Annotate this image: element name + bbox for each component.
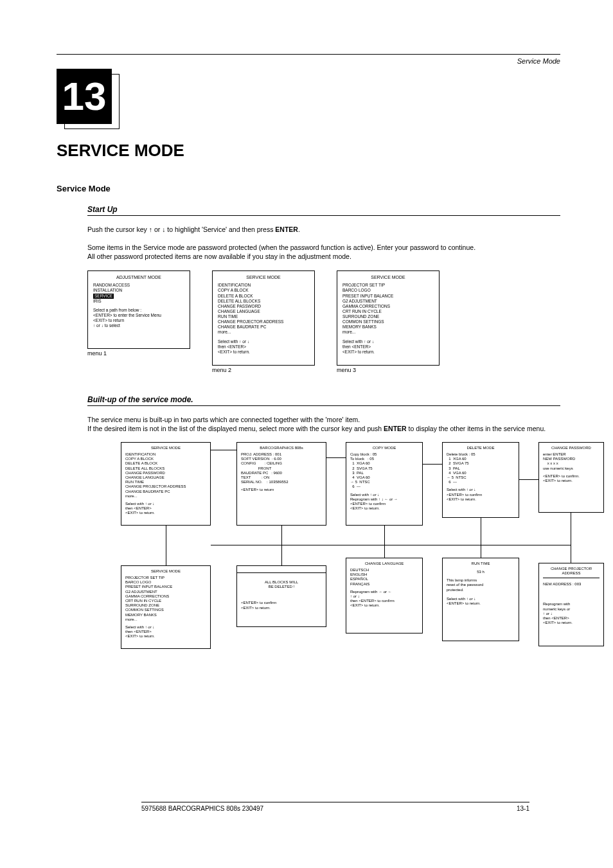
menu-row: ALL BLOCKS WILL: [241, 580, 322, 585]
d-ident: BARCOGRAPHICS 808s PROJ. ADDRESS : 001SO…: [236, 442, 326, 526]
menu-row: Delete block : 05: [447, 452, 515, 457]
conn: [211, 450, 236, 450]
startup-rule: [87, 215, 560, 216]
running-header: Service Mode: [57, 57, 560, 65]
menu-row: CONFIG : CEILING: [241, 461, 322, 466]
d-language: [236, 565, 326, 573]
conn: [281, 545, 282, 565]
menu-row: BE DELETED !: [241, 585, 322, 589]
d-runtime: RUN TIME 53 h This lamp informs reset of…: [442, 558, 519, 641]
d-address: CHANGE PROJECTOR ADDRESS NEW ADDRESS : 0…: [538, 563, 604, 646]
menu-row: FRONT: [241, 466, 322, 471]
builtup-p1: The service menu is built-up in two part…: [87, 415, 560, 424]
menu-row: COPY A BLOCK: [125, 457, 206, 461]
menu-row: 6 ---: [447, 480, 515, 484]
d-lang: CHANGE LANGUAGE DEUTSCHENGLISHESPAÑOLFRA…: [346, 558, 423, 633]
footer-area: 5975688 BARCOGRAPHICS 808s 230497 13-1: [0, 725, 613, 838]
menu-row: 1 XGA 60: [447, 457, 515, 461]
startup-heading: Start Up: [57, 205, 560, 214]
menu-row: PROJECTOR SET TIP: [342, 283, 434, 288]
menu-row: SOFT VERSION : 6.00: [241, 457, 322, 461]
footer-right: 13-1: [517, 805, 529, 812]
menu-row: 2 SVGA 75: [350, 466, 418, 471]
menu-row: IDENTIFICATION: [125, 452, 206, 457]
menu-row: more...: [125, 617, 206, 622]
menu-row: PROJ. ADDRESS : 001: [241, 452, 322, 457]
chapter-number-badge: 13: [57, 69, 112, 124]
menu-trio: ADJUSTMENT MODE RANDOM ACCESSINSTALLATIO…: [87, 270, 560, 373]
menu-row: To block : 05: [350, 457, 418, 461]
menu3-caption: menu 3: [337, 367, 440, 373]
menu-row: 4 VGA 60: [447, 471, 515, 475]
conn: [481, 545, 481, 558]
menu-row: CHANGE BAUDRATE PC: [218, 324, 309, 330]
menu-row: CHANGE PASSWORD: [125, 471, 206, 475]
menu-row: COPY A BLOCK: [218, 288, 309, 293]
menu-row: FRANÇAIS: [350, 582, 418, 587]
menu-row: DELETE A BLOCK: [125, 461, 206, 466]
menu-row: COMMON SETTINGS: [342, 319, 434, 324]
menu3-foot: Select with ↑ or ↓ then <ENTER> <EXIT> t…: [342, 339, 434, 355]
menu-row: TEXT : ON: [241, 475, 322, 480]
chapter-title: SERVICE MODE: [57, 141, 560, 161]
conn: [166, 526, 166, 565]
footer-rule: [141, 802, 529, 802]
menu2-caption: menu 2: [212, 367, 315, 373]
menu-row: SURROUND ZONE: [125, 603, 206, 608]
menu-row: Copy block : 05: [350, 452, 418, 457]
menu-row: 1 XGA 60: [350, 461, 418, 466]
menu-row: 3 PAL: [447, 466, 515, 471]
menu-row: CHANGE BAUDRATE PC: [125, 490, 206, 494]
menu1-caption: menu 1: [87, 350, 190, 357]
menu-row: 3 PAL: [350, 471, 418, 475]
menu-row: BAUDRATE PC : 9600: [241, 471, 322, 475]
menu-row: RANDOM ACCESS: [93, 283, 184, 288]
header-rule: [57, 54, 560, 55]
menu-row: CRT RUN IN CYCLE: [342, 309, 434, 314]
menu-row: IDENTIFICATION: [218, 283, 309, 288]
footer-left: 5975688 BARCOGRAPHICS 808s 230497: [141, 805, 263, 812]
d-deleteall: DELETE ALL BLOCKS ALL BLOCKS WILLBE DELE…: [236, 565, 326, 627]
menu-row: 6 ---: [350, 484, 418, 489]
menu-row: SERIAL NO. : 103589552: [241, 480, 322, 484]
menu-row: CHANGE LANGUAGE: [218, 309, 309, 314]
conn: [571, 513, 571, 545]
menu-row: BARCO LOGO: [125, 580, 206, 585]
menu-row: CHANGE LANGUAGE: [125, 475, 206, 480]
conn: [326, 457, 346, 458]
menu-row: RUN TIME: [218, 314, 309, 319]
menu-row: DELETE ALL BLOCKS: [125, 466, 206, 471]
menu-row: DELETE A BLOCK: [218, 294, 309, 299]
menu-row: COMMON SETTINGS: [125, 608, 206, 612]
startup-p1: Push the cursor key ↑ or ↓ to highlight …: [87, 225, 560, 234]
d-delete: DELETE MODE Delete block : 05 1 XGA 60 2…: [442, 442, 519, 518]
d-copy: COPY MODE Copy block : 05To block : 05 1…: [346, 442, 423, 526]
menu-row: INSTALLATION: [93, 288, 184, 293]
menu3-wrap: SERVICE MODE PROJECTOR SET TIPBARCO LOGO…: [337, 270, 440, 373]
menu-row: GAMMA CORRECTIONS: [125, 594, 206, 599]
menu-row: BARCO LOGO: [342, 288, 434, 293]
menu1-rows: RANDOM ACCESSINSTALLATIONSERVICEIRIS: [93, 283, 184, 304]
menu2-foot: Select with ↑ or ↓ then <ENTER> <EXIT> t…: [218, 339, 309, 355]
d-pwd: CHANGE PASSWORD enter ENTERNEW PASSWORD …: [538, 442, 604, 513]
menu2-box: SERVICE MODE IDENTIFICATIONCOPY A BLOCKD…: [212, 270, 315, 366]
menu1-foot: Select a path from below : <ENTER> to en…: [93, 308, 184, 329]
conn: [481, 518, 481, 545]
menu-row: SURROUND ZONE: [342, 314, 434, 319]
builtup-heading: Built-up of the service mode.: [57, 395, 560, 404]
startup-body: Push the cursor key ↑ or ↓ to highlight …: [57, 225, 560, 261]
menu-row: SERVICE: [93, 294, 184, 299]
menu-row: 4 VGA 60: [350, 475, 418, 480]
menu-row: MEMORY BANKS: [125, 613, 206, 617]
menu3-box: SERVICE MODE PROJECTOR SET TIPBARCO LOGO…: [337, 270, 440, 366]
menu-row: 2 SVGA 75: [447, 461, 515, 466]
menu-row: MEMORY BANKS: [342, 324, 434, 330]
chapter-block: 13: [57, 69, 560, 129]
d-service2: SERVICE MODE PROJECTOR SET TIPBARCO LOGO…: [121, 565, 211, 649]
conn: [423, 464, 442, 465]
menu-row: ENGLISH: [350, 572, 418, 577]
menu-row: NEW ADDRESS : 003: [543, 582, 600, 587]
menu-row: PRESET INPUT BALANCE: [342, 294, 434, 299]
menu-row: NEW PASSWORD: [543, 457, 600, 461]
menu-row: CHANGE PASSWORD: [218, 304, 309, 309]
